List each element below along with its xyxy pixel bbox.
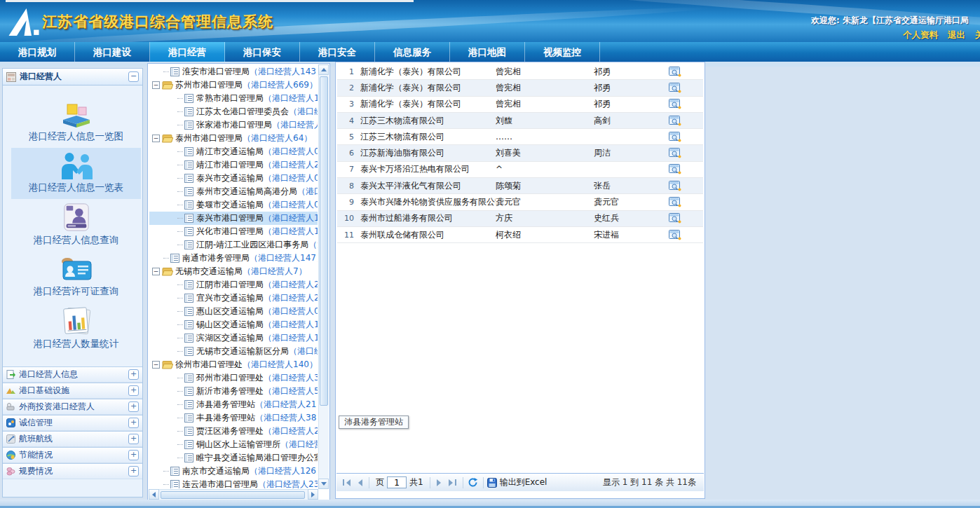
expand-button[interactable]: +: [128, 466, 139, 476]
tree-node[interactable]: −: [149, 278, 318, 291]
view-detail-icon[interactable]: [667, 213, 683, 224]
sidebar-item-operator-statistics[interactable]: 港口经营人数量统计: [11, 303, 141, 355]
tree-node[interactable]: −: [149, 305, 318, 318]
expand-button[interactable]: +: [128, 418, 139, 428]
tree-node[interactable]: −: [149, 158, 318, 172]
scroll-down-arrow[interactable]: [318, 479, 329, 489]
view-detail-icon[interactable]: [667, 197, 683, 207]
table-row[interactable]: 9 泰兴市兴隆外轮物资供应服务有限公司 龚元官 龚元官: [337, 194, 703, 210]
tree-node[interactable]: −: [149, 145, 318, 158]
collapse-icon[interactable]: −: [152, 81, 160, 89]
view-detail-icon[interactable]: [667, 164, 683, 174]
table-row[interactable]: 6 江苏新海油脂有限公司 刘喜美 周洁: [337, 145, 703, 161]
tree-node[interactable]: −: [149, 265, 318, 278]
prev-page-button[interactable]: [353, 476, 365, 489]
tree-node[interactable]: −: [149, 331, 318, 345]
first-page-button[interactable]: [340, 476, 353, 489]
collapse-icon[interactable]: −: [152, 361, 160, 369]
accordion-operator-info[interactable]: 港口经营人信息 +: [3, 366, 142, 383]
panel-collapse-button[interactable]: −: [128, 71, 139, 82]
tree-node[interactable]: −: [149, 411, 318, 425]
scroll-left-arrow[interactable]: [149, 489, 159, 500]
tree-node[interactable]: −: [149, 65, 318, 78]
nav-tab[interactable]: 港口安全: [300, 42, 375, 62]
tree-node[interactable]: −: [149, 451, 318, 465]
expand-button[interactable]: +: [128, 401, 139, 412]
accordion-port-infrastructure[interactable]: 港口基础设施 +: [3, 383, 142, 399]
export-excel-button[interactable]: 输出到Excel: [487, 476, 547, 488]
sidebar-item-operator-overview-map[interactable]: 港口经营人信息一览图: [11, 95, 141, 148]
nav-tab[interactable]: 港口经营: [150, 42, 225, 62]
table-row[interactable]: 3 新浦化学（泰兴）有限公司 曾宪相 祁勇: [337, 97, 703, 113]
tree-node[interactable]: −: [149, 291, 318, 305]
nav-tab[interactable]: 港口建设: [75, 42, 150, 62]
view-detail-icon[interactable]: [667, 148, 683, 158]
tree-node[interactable]: −: [149, 105, 318, 118]
vertical-scroll-thumb[interactable]: [320, 76, 328, 406]
accordion-integrity-management[interactable]: 诚信管理 +: [3, 415, 142, 431]
table-row[interactable]: 1 新浦化学（泰兴）有限公司 曾宪相 祁勇: [337, 64, 703, 80]
nav-tab[interactable]: 港口保安: [225, 42, 300, 62]
tree-node[interactable]: −: [149, 185, 318, 198]
refresh-icon[interactable]: [467, 476, 479, 489]
tree-node[interactable]: −: [149, 371, 318, 385]
sidebar-item-operator-info-query[interactable]: 港口经营人信息查询: [11, 199, 141, 252]
nav-tab[interactable]: 港口规划: [0, 42, 75, 62]
next-page-button[interactable]: [434, 476, 447, 489]
profile-link[interactable]: 个人资料: [903, 29, 938, 41]
tree-horizontal-scrollbar[interactable]: [149, 489, 318, 500]
tree-node[interactable]: −: [149, 198, 318, 212]
table-row[interactable]: 4 江苏三木物流有限公司 刘馥 高剑: [337, 113, 703, 129]
tree-node[interactable]: −: [149, 385, 318, 398]
table-row[interactable]: 8 泰兴太平洋液化气有限公司 陈颂菊 张岳: [337, 178, 703, 194]
table-row[interactable]: 11 泰州联成仓储有限公司 柯衣绍 宋进福: [337, 227, 703, 243]
view-detail-icon[interactable]: [667, 132, 683, 142]
tree-node[interactable]: −: [149, 225, 318, 238]
tree-node[interactable]: −: [149, 238, 318, 252]
nav-tab[interactable]: 视频监控: [525, 42, 600, 62]
expand-button[interactable]: +: [128, 385, 139, 396]
tree-node[interactable]: −: [149, 465, 318, 478]
accordion-energy-saving[interactable]: 节能情况 +: [3, 447, 142, 463]
horizontal-scroll-thumb[interactable]: [161, 491, 305, 499]
accordion-foreign-investment[interactable]: 外商投资港口经营人 +: [3, 399, 142, 415]
tree-node[interactable]: −: [149, 438, 318, 451]
table-row[interactable]: 2 新浦化学（泰兴）有限公司 曾宪相 祁勇: [337, 80, 703, 96]
tree-node[interactable]: −: [149, 318, 318, 331]
tree-node[interactable]: −: [149, 398, 318, 411]
view-detail-icon[interactable]: [667, 67, 683, 77]
expand-button[interactable]: +: [128, 369, 139, 380]
expand-button[interactable]: +: [128, 450, 139, 460]
tree-node[interactable]: −: [149, 118, 318, 132]
tree-node[interactable]: −: [149, 92, 318, 105]
tree-node[interactable]: −: [149, 358, 318, 371]
nav-tab[interactable]: 信息服务: [375, 42, 450, 62]
tree-node[interactable]: −: [149, 132, 318, 145]
view-detail-icon[interactable]: [667, 116, 683, 126]
view-detail-icon[interactable]: [667, 83, 683, 93]
nav-tab[interactable]: 港口地图: [450, 42, 525, 62]
scroll-right-arrow[interactable]: [308, 489, 318, 500]
sidebar-item-license-query[interactable]: 港口经营许可证查询: [11, 252, 141, 303]
tree-node[interactable]: −: [149, 425, 318, 438]
view-detail-icon[interactable]: [667, 181, 683, 191]
page-input[interactable]: [387, 476, 407, 488]
logout-link[interactable]: 退出: [948, 29, 965, 41]
tree-node[interactable]: −: [149, 345, 318, 358]
table-row[interactable]: 7 泰兴卡万塔沿江热电有限公司 ^: [337, 162, 703, 178]
sidebar-item-operator-overview-table[interactable]: 港口经营人信息一览表: [11, 148, 141, 199]
tree-node[interactable]: −: [149, 212, 318, 225]
table-row[interactable]: 10 泰州市过船港务有限公司 方庆 史红兵: [337, 211, 703, 227]
last-page-button[interactable]: [447, 476, 459, 489]
tree-vertical-scrollbar[interactable]: [318, 64, 329, 489]
accordion-flight-routes[interactable]: 航班航线 +: [3, 431, 142, 447]
expand-button[interactable]: +: [128, 434, 139, 444]
table-row[interactable]: 5 江苏三木物流有限公司 ……: [337, 129, 703, 145]
scroll-up-arrow[interactable]: [318, 64, 329, 75]
collapse-icon[interactable]: −: [152, 268, 160, 275]
tree-node[interactable]: −: [149, 172, 318, 185]
tree-node[interactable]: −: [149, 478, 318, 488]
collapse-icon[interactable]: −: [152, 135, 160, 142]
tree-node[interactable]: −: [149, 78, 318, 92]
view-detail-icon[interactable]: [667, 99, 683, 109]
